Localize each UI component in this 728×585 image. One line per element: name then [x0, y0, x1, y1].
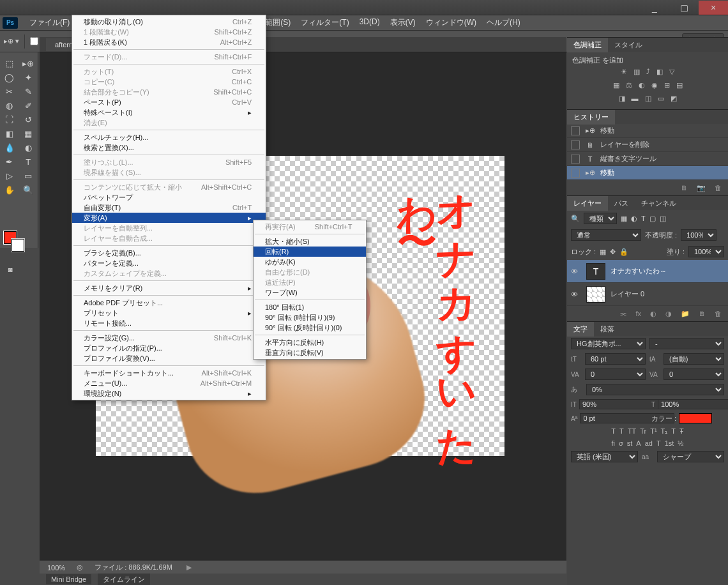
path-select-icon[interactable]: ▷: [0, 169, 19, 183]
dodge-tool-icon[interactable]: ◐: [19, 141, 38, 155]
char-style-button[interactable]: ad: [645, 439, 653, 447]
zoom-tool-icon[interactable]: 🔍: [19, 183, 38, 197]
tab-channels[interactable]: チャンネル: [635, 196, 683, 211]
char-style-button[interactable]: 1st: [665, 439, 674, 447]
background-color-swatch[interactable]: [11, 239, 24, 252]
delete-state-icon[interactable]: 🗑: [715, 184, 722, 192]
menu-item[interactable]: ゆがみ(K): [254, 257, 366, 267]
exposure-icon[interactable]: ◧: [656, 68, 663, 76]
vertical-text-layer[interactable]: オナカすいたわ〜: [397, 166, 476, 457]
menu-item[interactable]: 90° 回転 (反時計回り)(0): [254, 323, 366, 333]
threshold-icon[interactable]: ◫: [645, 95, 651, 103]
tab-adjustments[interactable]: 色調補正: [567, 38, 608, 52]
v-scale-input[interactable]: [658, 399, 728, 409]
menu-8[interactable]: 表示(V): [385, 15, 421, 31]
tab-styles[interactable]: スタイル: [608, 38, 649, 52]
pen-tool-icon[interactable]: ✒: [0, 155, 19, 169]
char-style-button[interactable]: TT: [628, 427, 636, 436]
filter-type-icon[interactable]: T: [641, 215, 646, 222]
menu-9[interactable]: ウィンドウ(W): [421, 15, 482, 31]
timeline-tab[interactable]: タイムライン: [98, 574, 150, 586]
menu-0[interactable]: ファイル(F): [24, 15, 75, 31]
group-icon[interactable]: 📁: [681, 310, 690, 318]
new-layer-icon[interactable]: 🗎: [699, 310, 706, 317]
char-style-button[interactable]: T: [671, 427, 676, 436]
marquee-tool-icon[interactable]: ⬚: [0, 56, 19, 70]
char-style-button[interactable]: ½: [678, 439, 683, 447]
menu-6[interactable]: フィルター(T): [296, 15, 354, 31]
menu-item[interactable]: 水平方向に反転(H): [254, 337, 366, 347]
shape-tool-icon[interactable]: ▭: [19, 169, 38, 183]
gradient-map-icon[interactable]: ▭: [658, 95, 664, 103]
menu-item[interactable]: プロファイル変換(V)...: [72, 353, 266, 363]
menu-7[interactable]: 3D(D): [354, 15, 385, 31]
history-brush-icon[interactable]: ↺: [19, 112, 38, 126]
history-row[interactable]: ▸⊕移動: [567, 166, 728, 180]
eraser-tool-icon[interactable]: ◧: [0, 126, 19, 141]
language-select[interactable]: 英語 (米国): [571, 451, 638, 462]
char-style-button[interactable]: σ: [619, 439, 623, 447]
font-family-select[interactable]: HG創英角ポ...: [571, 338, 646, 349]
char-style-button[interactable]: T: [611, 427, 616, 436]
move-tool-icon[interactable]: ▸⊕ ▾: [4, 37, 19, 45]
menu-item[interactable]: 1 段階戻る(K)Alt+Ctrl+Z: [72, 37, 266, 47]
tab-paths[interactable]: パス: [608, 196, 635, 211]
menu-item[interactable]: 変形(A)▸: [72, 213, 266, 223]
layer-row[interactable]: 👁レイヤー 0: [567, 283, 728, 306]
filter-smart-icon[interactable]: ◫: [660, 215, 666, 223]
new-document-icon[interactable]: 📷: [697, 184, 706, 192]
levels-icon[interactable]: ▥: [633, 68, 640, 76]
channel-mixer-icon[interactable]: ⊞: [664, 81, 670, 89]
menu-item[interactable]: 拡大・縮小(S): [254, 236, 366, 247]
lock-all-icon[interactable]: 🔒: [619, 248, 628, 256]
photo-filter-icon[interactable]: ◉: [651, 81, 658, 89]
selective-color-icon[interactable]: ◩: [671, 95, 677, 103]
magic-wand-icon[interactable]: ✦: [19, 70, 38, 84]
char-style-button[interactable]: Ŧ: [679, 427, 684, 436]
balance-icon[interactable]: ⚖: [626, 81, 632, 89]
menu-item[interactable]: キーボードショートカット...Alt+Shift+Ctrl+K: [72, 368, 266, 378]
menu-item[interactable]: パペットワープ: [72, 192, 266, 202]
tsume-select[interactable]: 0%: [586, 384, 724, 395]
menu-item[interactable]: Adobe PDF プリセット...: [72, 298, 266, 308]
new-snapshot-icon[interactable]: 🗎: [681, 184, 688, 192]
doc-info-icon[interactable]: ◎: [77, 563, 83, 572]
menu-item[interactable]: 自由変形(T)Ctrl+T: [72, 202, 266, 213]
curves-icon[interactable]: ⤴: [646, 68, 650, 76]
window-minimize-button[interactable]: _: [640, 1, 669, 15]
blend-mode-select[interactable]: 通常: [571, 229, 641, 241]
char-style-button[interactable]: T₁: [661, 427, 668, 436]
history-row[interactable]: T縦書き文字ツール: [567, 152, 728, 166]
menu-item[interactable]: メニュー(U)...Alt+Shift+Ctrl+M: [72, 378, 266, 388]
history-row[interactable]: 🗎レイヤーを削除: [567, 138, 728, 152]
menu-item[interactable]: パターンを定義...: [72, 258, 266, 268]
char-style-button[interactable]: A: [636, 439, 641, 447]
text-color-swatch[interactable]: [679, 413, 712, 423]
kerning-select[interactable]: 0: [585, 368, 646, 380]
invert-icon[interactable]: ◨: [619, 95, 625, 103]
layer-filter-kind[interactable]: 種類: [584, 213, 617, 224]
font-size-select[interactable]: 60 pt: [585, 353, 646, 365]
crop-tool-icon[interactable]: ✂: [0, 84, 19, 98]
healing-brush-icon[interactable]: ◍: [0, 98, 19, 112]
menu-item[interactable]: 回転(R): [254, 247, 366, 257]
menu-item[interactable]: メモリをクリア(R)▸: [72, 283, 266, 293]
char-style-button[interactable]: T¹: [650, 427, 656, 436]
menu-item[interactable]: プリセット▸: [72, 308, 266, 318]
fill-select[interactable]: 100%: [688, 246, 724, 257]
filter-pixel-icon[interactable]: ▦: [621, 215, 627, 223]
quickmask-icon[interactable]: ◙: [4, 263, 17, 276]
adjustment-layer-icon[interactable]: ◑: [665, 310, 672, 318]
bw-icon[interactable]: ◐: [639, 81, 645, 89]
hue-icon[interactable]: ▦: [613, 81, 619, 89]
font-style-select[interactable]: -: [649, 338, 724, 349]
opacity-select[interactable]: 100%: [681, 229, 717, 241]
delete-layer-icon[interactable]: 🗑: [715, 310, 722, 317]
leading-select[interactable]: (自動): [664, 353, 724, 365]
lasso-tool-icon[interactable]: ◯: [0, 70, 19, 84]
menu-item[interactable]: ワープ(W): [254, 287, 366, 298]
tab-layers[interactable]: レイヤー: [567, 196, 608, 211]
menu-item[interactable]: カラー設定(G)...Shift+Ctrl+K: [72, 333, 266, 343]
tab-paragraph[interactable]: 段落: [594, 322, 621, 337]
auto-select-checkbox[interactable]: [30, 37, 38, 45]
